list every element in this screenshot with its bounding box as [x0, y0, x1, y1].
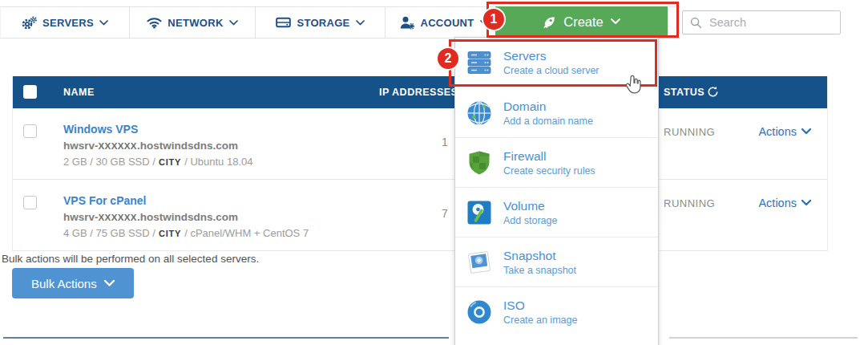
server-stack-icon [466, 49, 493, 76]
server-name-link[interactable]: Windows VPS [63, 123, 138, 136]
server-hostname: hwsrv-XXXXXX.hostwindsdns.com [63, 138, 252, 155]
nav-item-servers[interactable]: SERVERS [0, 7, 130, 38]
actions-dropdown[interactable]: Actions [758, 125, 811, 138]
server-specs: 4 GB / 75 GB SSD /CITY/ cPanel/WHM + Cen… [63, 225, 309, 242]
row-checkbox[interactable] [23, 196, 37, 209]
gears-icon [22, 16, 37, 30]
table-header: NAME IP ADDRESSES STATUS [13, 76, 827, 108]
menu-item-title: Volume [503, 199, 557, 213]
chevron-down-icon [801, 200, 811, 206]
server-name-link[interactable]: VPS For cPanel [63, 194, 146, 207]
refresh-icon[interactable] [707, 86, 719, 101]
create-button[interactable]: Create [495, 6, 668, 37]
menu-item-title: Snapshot [503, 249, 576, 263]
menu-item-firewall[interactable]: Firewall Create security rules [455, 137, 658, 187]
bulk-note: Bulk actions will be performed on all se… [2, 253, 259, 265]
chevron-down-icon [611, 18, 620, 25]
bulk-actions-button[interactable]: Bulk Actions [12, 268, 134, 298]
chevron-down-icon [104, 280, 115, 286]
menu-item-title: Servers [503, 49, 600, 63]
rocket-icon [543, 15, 556, 29]
globe-icon [466, 99, 493, 127]
row-checkbox[interactable] [23, 124, 37, 138]
search-box [682, 10, 841, 34]
menu-item-subtitle: Create a cloud server [503, 65, 600, 76]
servers-table: NAME IP ADDRESSES STATUS Windows VPS hws… [12, 76, 828, 251]
table-row: Windows VPS hwsrv-XXXXXX.hostwindsdns.co… [13, 108, 827, 180]
ip-address: 7 [442, 207, 448, 220]
nav-item-label: ACCOUNT [420, 17, 474, 29]
hand-cursor-icon [624, 74, 643, 99]
menu-item-subtitle: Add storage [503, 215, 557, 226]
divider [3, 337, 449, 339]
menu-item-subtitle: Create an image [503, 315, 577, 326]
divider [669, 337, 858, 339]
menu-item-subtitle: Take a snapshot [503, 265, 576, 276]
menu-item-volume[interactable]: Volume Add storage [455, 187, 658, 237]
status-badge: RUNNING [664, 197, 715, 209]
menu-item-title: Firewall [503, 149, 595, 164]
bulk-actions-label: Bulk Actions [31, 277, 97, 290]
annotation-step-2-badge: 2 [436, 47, 460, 71]
column-header-name: NAME [63, 87, 95, 98]
nav-item-storage[interactable]: STORAGE [256, 7, 386, 38]
ip-address: 1 [442, 136, 448, 148]
chevron-down-icon [801, 128, 811, 135]
column-header-status: STATUS [664, 87, 704, 98]
actions-dropdown[interactable]: Actions [758, 197, 811, 209]
column-header-ip: IP ADDRESSES [379, 87, 458, 98]
table-row: VPS For cPanel hwsrv-XXXXXX.hostwindsdns… [13, 180, 827, 251]
chevron-down-icon [229, 20, 238, 26]
menu-item-subtitle: Add a domain name [503, 116, 593, 127]
nav-item-network[interactable]: NETWORK [130, 7, 256, 38]
server-specs: 2 GB / 30 GB SSD /CITY/ Ubuntu 18.04 [63, 154, 252, 171]
select-all-checkbox[interactable] [23, 85, 37, 99]
user-gear-icon [400, 16, 414, 30]
create-button-label: Create [563, 14, 604, 30]
nav-item-label: NETWORK [168, 17, 223, 29]
annotation-step-1-badge: 1 [482, 7, 506, 31]
actions-label: Actions [758, 197, 797, 209]
shield-icon [466, 149, 493, 177]
menu-item-title: Domain [503, 99, 593, 114]
nav-item-label: STORAGE [297, 17, 349, 29]
photo-icon [466, 249, 493, 276]
menu-item-snapshot[interactable]: Snapshot Take a snapshot [455, 237, 658, 286]
nav-item-label: SERVERS [42, 17, 94, 29]
search-icon [690, 17, 702, 29]
menu-item-title: ISO [503, 298, 577, 313]
actions-label: Actions [758, 125, 797, 138]
menu-item-subtitle: Create security rules [503, 165, 595, 177]
server-hostname: hwsrv-XXXXXX.hostwindsdns.com [63, 209, 309, 226]
menu-item-iso[interactable]: ISO Create an image [455, 286, 658, 336]
drive-icon [276, 16, 291, 29]
chevron-down-icon [99, 20, 108, 26]
wifi-icon [147, 17, 162, 29]
status-badge: RUNNING [664, 126, 715, 138]
search-input[interactable] [708, 15, 831, 30]
disk-icon [466, 199, 493, 226]
chevron-down-icon [356, 20, 365, 26]
disc-icon [466, 298, 493, 326]
